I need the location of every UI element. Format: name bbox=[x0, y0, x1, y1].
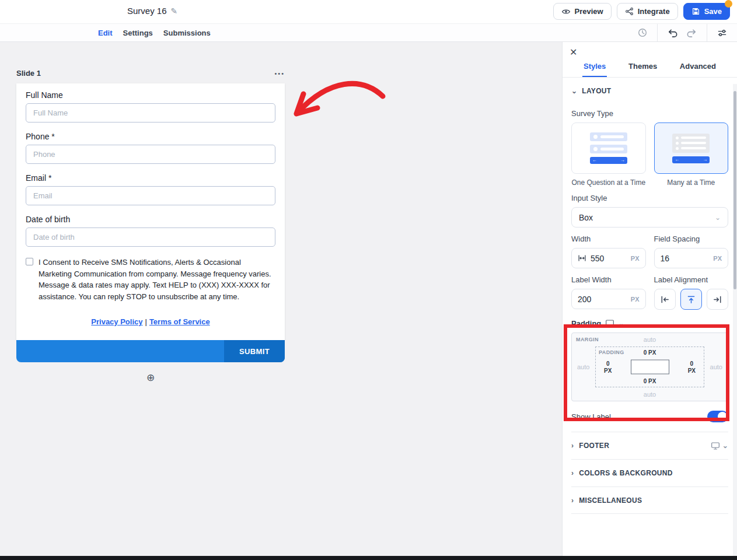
align-left-button[interactable] bbox=[654, 289, 676, 310]
padding-header[interactable]: Padding ⌄ bbox=[571, 319, 728, 328]
survey-title: Survey 16 ✎ bbox=[127, 6, 177, 16]
slide-title: Slide 1 bbox=[16, 69, 41, 78]
label-width-value: 200 bbox=[578, 295, 627, 304]
field-label: Phone * bbox=[26, 132, 275, 141]
field-label: Email * bbox=[26, 173, 275, 183]
save-icon bbox=[691, 7, 700, 16]
terms-link[interactable]: Terms of Service bbox=[149, 317, 210, 326]
sub-toolbar: Edit Settings Submissions bbox=[0, 23, 737, 42]
padding-top-value[interactable]: 0 PX bbox=[644, 349, 656, 356]
footer-section-title: FOOTER bbox=[579, 442, 609, 450]
panel-content: ⌄ LAYOUT Survey Type ←→ bbox=[563, 78, 737, 514]
builder-canvas: Slide 1 ••• Full Name Phone * Email * bbox=[0, 42, 562, 556]
colors-background-section-header[interactable]: › COLORS & BACKGROUND bbox=[571, 459, 728, 487]
tab-themes[interactable]: Themes bbox=[627, 58, 658, 77]
style-panel: ✕ Styles Themes Advanced ⌄ LAYOUT Survey… bbox=[562, 42, 737, 556]
tab-settings[interactable]: Settings bbox=[123, 29, 153, 37]
save-label: Save bbox=[704, 7, 722, 16]
form-settings-button[interactable] bbox=[717, 27, 728, 38]
field-label: Full Name bbox=[26, 90, 275, 100]
field-label: Date of birth bbox=[26, 215, 275, 224]
consent-checkbox[interactable] bbox=[26, 258, 33, 265]
redo-button[interactable] bbox=[686, 27, 697, 38]
margin-label: MARGIN bbox=[576, 337, 599, 342]
monitor-icon bbox=[605, 319, 614, 328]
show-label-toggle[interactable] bbox=[707, 411, 728, 422]
save-button[interactable]: Save bbox=[683, 3, 730, 20]
field-spacing-unit: PX bbox=[713, 255, 722, 262]
survey-type-many-at-a-time[interactable]: ←→ bbox=[654, 123, 729, 174]
padding-bottom-value[interactable]: 0 PX bbox=[644, 378, 656, 385]
top-header: Survey 16 ✎ Preview Integrate Save bbox=[0, 0, 737, 23]
padding-left-value[interactable]: 0PX bbox=[604, 360, 612, 374]
submit-button[interactable]: SUBMIT bbox=[224, 340, 285, 362]
field-spacing-input[interactable]: 16 PX bbox=[654, 248, 729, 268]
panel-scrollbar-thumb[interactable] bbox=[733, 91, 736, 289]
margin-right-value[interactable]: auto bbox=[710, 363, 722, 370]
width-value: 550 bbox=[591, 254, 627, 263]
form-field-phone[interactable]: Phone * bbox=[26, 132, 275, 164]
undo-button[interactable] bbox=[667, 27, 678, 38]
dob-input[interactable] bbox=[26, 228, 275, 247]
miscellaneous-section-header[interactable]: › MISCELLANEOUS bbox=[571, 487, 728, 514]
align-top-icon bbox=[686, 295, 696, 304]
layout-section-title: LAYOUT bbox=[582, 87, 611, 95]
red-arrow-annotation bbox=[285, 74, 401, 138]
nav-pill-icon: ←→ bbox=[590, 157, 627, 164]
email-input[interactable] bbox=[26, 186, 275, 205]
width-arrows-icon bbox=[578, 254, 586, 262]
tab-styles[interactable]: Styles bbox=[582, 58, 607, 77]
label-width-input[interactable]: 200 PX bbox=[571, 289, 646, 309]
align-right-button[interactable] bbox=[707, 289, 728, 310]
form-field-dob[interactable]: Date of birth bbox=[26, 215, 275, 247]
privacy-policy-link[interactable]: Privacy Policy bbox=[91, 317, 142, 326]
phone-input[interactable] bbox=[26, 145, 275, 164]
tab-edit[interactable]: Edit bbox=[98, 29, 113, 37]
sliders-icon bbox=[717, 27, 728, 38]
padding-right-value[interactable]: 0PX bbox=[688, 360, 696, 374]
margin-left-value[interactable]: auto bbox=[577, 363, 589, 370]
align-left-icon bbox=[660, 295, 670, 304]
form-field-full-name[interactable]: Full Name bbox=[26, 90, 275, 123]
layout-section-header[interactable]: ⌄ LAYOUT bbox=[571, 78, 728, 102]
integrate-button[interactable]: Integrate bbox=[617, 3, 678, 20]
align-top-button[interactable] bbox=[680, 289, 702, 310]
margin-bottom-value[interactable]: auto bbox=[644, 391, 656, 398]
field-spacing-label: Field Spacing bbox=[654, 235, 729, 243]
history-button[interactable] bbox=[637, 27, 648, 38]
toolbar-icons bbox=[628, 24, 737, 41]
integrate-label: Integrate bbox=[638, 7, 670, 16]
box-model-editor[interactable]: MARGIN auto auto auto auto PADDING 0 PX … bbox=[571, 332, 728, 401]
form-card[interactable]: Full Name Phone * Email * Date of birth bbox=[16, 83, 285, 340]
label-alignment-label: Label Alignment bbox=[654, 275, 729, 284]
many-at-a-time-caption: Many at a Time bbox=[654, 178, 729, 187]
input-style-select[interactable]: Box ⌄ bbox=[571, 207, 728, 228]
full-name-input[interactable] bbox=[26, 103, 275, 123]
preview-label: Preview bbox=[575, 7, 603, 16]
tab-submissions[interactable]: Submissions bbox=[163, 29, 211, 37]
chevron-right-icon: › bbox=[571, 496, 574, 505]
survey-type-options: ←→ ←→ bbox=[571, 123, 728, 174]
chevron-down-icon: ⌄ bbox=[715, 214, 721, 222]
close-panel-button[interactable]: ✕ bbox=[570, 47, 577, 58]
consent-text: I Consent to Receive SMS Notifications, … bbox=[39, 257, 275, 302]
tab-advanced[interactable]: Advanced bbox=[679, 58, 717, 77]
add-slide-button[interactable]: ⊕ bbox=[146, 372, 155, 383]
chevron-right-icon: › bbox=[571, 469, 574, 477]
survey-type-one-question[interactable]: ←→ bbox=[571, 123, 646, 174]
width-label: Width bbox=[571, 235, 646, 243]
width-input[interactable]: 550 PX bbox=[571, 248, 646, 268]
slide-container: Slide 1 ••• Full Name Phone * Email * bbox=[16, 69, 285, 384]
form-field-email[interactable]: Email * bbox=[26, 173, 275, 205]
colors-background-section-title: COLORS & BACKGROUND bbox=[579, 469, 672, 477]
footer-section-header[interactable]: › FOOTER ⌄ bbox=[571, 432, 728, 459]
slide-menu-button[interactable]: ••• bbox=[274, 70, 285, 77]
many-at-a-time-icon bbox=[672, 134, 710, 153]
app-root: Survey 16 ✎ Preview Integrate Save Edit … bbox=[0, 0, 737, 560]
padding-label: Padding bbox=[571, 319, 601, 328]
margin-top-value[interactable]: auto bbox=[644, 336, 656, 343]
consent-row: I Consent to Receive SMS Notifications, … bbox=[26, 257, 275, 302]
edit-title-icon[interactable]: ✎ bbox=[171, 6, 178, 16]
preview-button[interactable]: Preview bbox=[553, 3, 612, 20]
padding-box: PADDING 0 PX 0 PX 0PX 0PX bbox=[595, 346, 704, 387]
